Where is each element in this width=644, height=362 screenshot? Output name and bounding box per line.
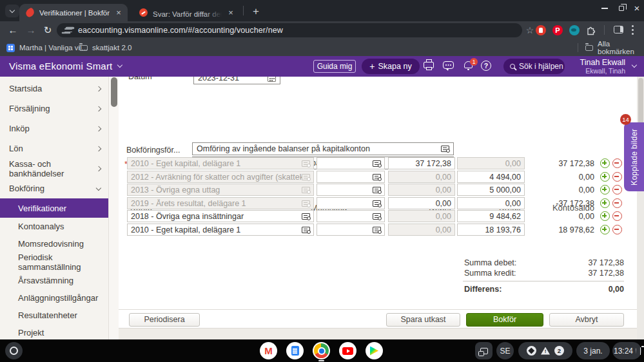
extension-pinterest-icon[interactable]: P — [552, 25, 563, 35]
launcher-button[interactable] — [5, 342, 23, 359]
momskod-input[interactable] — [317, 197, 385, 209]
browse-icon[interactable] — [302, 227, 310, 233]
spara-utkast-button[interactable]: Spara utkast — [386, 313, 460, 327]
browse-icon[interactable] — [373, 200, 381, 207]
chevron-down-icon[interactable] — [632, 62, 637, 68]
sidebar-item-startsida[interactable]: Startsida — [0, 79, 108, 99]
browse-icon[interactable] — [373, 160, 381, 167]
date-indicator[interactable]: 3 jan. — [576, 342, 610, 359]
youtube-icon[interactable] — [339, 342, 356, 359]
keyboard-language-button[interactable]: SE — [496, 342, 514, 359]
remove-row-button[interactable] — [612, 158, 622, 168]
konto-input[interactable]: 2019 - Årets resultat, delägare 1 — [127, 197, 314, 209]
browser-tab-inactive[interactable]: Svar: Varför diffar det i min Om × — [133, 4, 240, 21]
remove-row-button[interactable] — [612, 172, 622, 182]
add-row-button[interactable] — [600, 172, 610, 182]
bokfor-button[interactable]: Bokför — [466, 313, 543, 327]
sidebar-item-årsavstämning[interactable]: Årsavstämning — [0, 272, 108, 289]
browse-icon[interactable] — [302, 174, 310, 180]
remove-row-button[interactable] — [612, 185, 622, 195]
sidebar-item-lön[interactable]: Lön — [0, 138, 108, 158]
ledger-input[interactable]: Omföring av ingående balanser på kapital… — [192, 142, 454, 155]
browse-icon[interactable] — [302, 213, 310, 220]
kredit-input[interactable]: 0,00 — [457, 157, 525, 169]
debet-input[interactable]: 0,00 — [388, 197, 455, 209]
restore-button[interactable] — [614, 3, 629, 14]
sidebar-item-anläggningstillgångar[interactable]: Anläggningstillgångar — [0, 289, 108, 307]
chevron-down-icon[interactable] — [117, 62, 122, 68]
konto-input[interactable]: 2010 - Eget kapital, delägare 1 — [127, 157, 314, 169]
forward-button[interactable]: → — [23, 23, 39, 37]
browse-icon[interactable] — [373, 187, 381, 193]
momskod-input[interactable] — [317, 184, 385, 196]
avbryt-button[interactable]: Avbryt — [549, 313, 624, 327]
browse-icon[interactable] — [373, 174, 381, 180]
reload-button[interactable]: ↻ — [40, 23, 55, 37]
momskod-input[interactable] — [317, 171, 385, 183]
sidebar-item-kontoanalys[interactable]: Kontoanalys — [0, 218, 108, 235]
site-info-icon[interactable] — [64, 28, 72, 33]
new-tab-button[interactable]: + — [248, 4, 264, 19]
debet-input[interactable]: 0,00 — [388, 171, 455, 183]
all-bookmarks-button[interactable]: Alla bokmärken — [585, 39, 644, 56]
gmail-icon[interactable]: M — [260, 342, 277, 359]
browser-tab-active[interactable]: Verifikationer | Bokföring × — [19, 4, 128, 21]
bookmark-martha[interactable]: Martha | Vanliga vil... — [6, 39, 88, 56]
help-icon[interactable]: ? — [481, 61, 491, 71]
extensions-puzzle-icon[interactable] — [585, 24, 596, 35]
back-button[interactable]: ← — [5, 23, 21, 37]
app-brand[interactable]: Visma eEkonomi Smart — [9, 56, 112, 77]
konto-input[interactable]: 2013 - Övriga egna uttag — [127, 184, 314, 196]
sidebar-item-kassa-och-bankhändelser[interactable]: Kassa- och bankhändelser — [0, 158, 108, 178]
momskod-input[interactable] — [317, 157, 385, 169]
kredit-input[interactable]: 4 494,00 — [457, 171, 525, 183]
system-tray[interactable]: 2 — [518, 342, 572, 359]
browse-icon[interactable] — [441, 146, 449, 152]
side-panel-icon[interactable] — [614, 26, 623, 33]
sidebar-item-projekt[interactable]: Projekt — [0, 324, 108, 339]
guida-mig-button[interactable]: Guida mig — [313, 60, 356, 73]
close-window-button[interactable]: × — [630, 3, 644, 14]
browser-menu-icon[interactable] — [632, 25, 634, 27]
remove-row-button[interactable] — [612, 225, 622, 234]
skapa-ny-button[interactable]: +Skapa ny — [362, 59, 420, 74]
sidebar-item-bokföring[interactable]: Bokföring — [0, 178, 108, 198]
help-search-input[interactable]: Sök i hjälpen — [503, 59, 565, 74]
konto-input[interactable]: 2010 - Eget kapital, delägare 1 — [127, 224, 314, 236]
user-menu[interactable]: Tinah Ekwall Ekwall, Tinah — [580, 58, 625, 75]
window-switcher-button[interactable] — [475, 342, 493, 359]
print-icon[interactable] — [424, 62, 434, 68]
sidebar-item-verifikationer[interactable]: Verifikationer — [0, 198, 108, 218]
minimize-button[interactable] — [598, 3, 612, 14]
momskod-input[interactable] — [317, 210, 385, 222]
sidebar-item-inköp[interactable]: Inköp — [0, 119, 108, 138]
sidebar-item-momsredovisning[interactable]: Momsredovisning — [0, 235, 108, 252]
remove-row-button[interactable] — [612, 211, 622, 221]
extension-teal-icon[interactable] — [569, 25, 580, 35]
browse-icon[interactable] — [302, 187, 310, 193]
kredit-input[interactable]: 5 000,00 — [457, 184, 525, 196]
konto-input[interactable]: 2012 - Avräkning för skatter och avgifte… — [127, 171, 314, 183]
browse-icon[interactable] — [302, 200, 310, 207]
kredit-input[interactable]: 9 484,62 — [457, 210, 525, 222]
play-store-icon[interactable] — [366, 342, 383, 359]
debet-input[interactable]: 0,00 — [388, 210, 455, 222]
scrollbar-thumb[interactable] — [111, 77, 117, 107]
kredit-input[interactable]: 18 193,76 — [457, 224, 525, 236]
status-area[interactable]: 13:24 — [612, 342, 641, 359]
tab-search-button[interactable] — [5, 5, 19, 17]
tab-close-icon[interactable]: × — [113, 8, 124, 18]
add-row-button[interactable] — [600, 198, 610, 208]
sidebar-item-periodisk-sammanställning[interactable]: Periodisk sammanställning — [0, 252, 108, 272]
momskod-input[interactable] — [317, 224, 385, 236]
kopplade-bilder-tab[interactable]: Kopplade bilder — [624, 122, 644, 191]
browse-icon[interactable] — [373, 227, 381, 233]
chrome-icon[interactable] — [313, 342, 330, 359]
docs-icon[interactable] — [286, 342, 304, 359]
browse-icon[interactable] — [373, 213, 381, 220]
page-scrollbar[interactable] — [637, 77, 644, 339]
extension-blocker-icon[interactable] — [536, 25, 546, 35]
browse-icon[interactable] — [302, 160, 310, 167]
periodisera-button[interactable]: Periodisera — [129, 313, 200, 327]
address-bar[interactable]: eaccounting.vismaonline.com/#/accounting… — [57, 23, 522, 37]
